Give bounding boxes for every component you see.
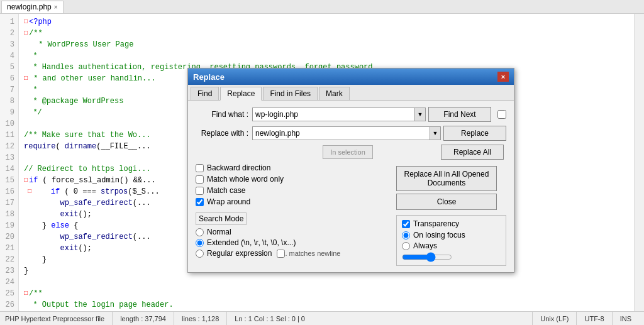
code-line: □/** (24, 28, 629, 39)
dialog-right-col: Replace All in All Opened Documents Clos… (396, 163, 506, 266)
code-line: □<?php (24, 16, 629, 28)
editor-container: newlogin.php × 12345 678910 1112131415 1… (0, 0, 644, 311)
match-whole-word-checkbox[interactable] (196, 175, 204, 184)
transparency-slider-row (402, 253, 501, 262)
code-line: * (24, 50, 629, 62)
transparency-header: Transparency (402, 219, 501, 228)
replace-button[interactable]: Replace (443, 126, 506, 141)
find-next-button[interactable]: Find Next (428, 107, 491, 122)
code-line: * (24, 311, 629, 311)
wrap-around-row: Wrap around (196, 197, 389, 206)
radio-normal-label: Normal (207, 228, 231, 236)
matches-newline-label: . matches newline (285, 250, 340, 257)
radio-extended-label: Extended (\n, \r, \t, \0, \x...) (207, 238, 296, 247)
replace-input[interactable] (252, 126, 430, 140)
tab-close-icon[interactable]: × (54, 4, 58, 11)
find-input[interactable] (252, 107, 414, 121)
in-selection-button[interactable]: In selection (323, 145, 373, 159)
replace-all-button[interactable]: Replace All (441, 145, 504, 160)
in-selection-row: In selection Replace All (196, 145, 504, 160)
transparency-label: Transparency (413, 219, 459, 228)
tab-find-in-files[interactable]: Find in Files (263, 87, 318, 100)
find-row: Find what : ▼ Find Next (196, 107, 506, 122)
replace-all-opened-button[interactable]: Replace All in All Opened Documents (396, 166, 497, 191)
radio-extended[interactable] (196, 239, 204, 247)
replace-row: Replace with : ▼ Replace (196, 126, 506, 141)
radio-normal-row: Normal (196, 228, 389, 236)
replace-combo: ▼ (252, 126, 441, 140)
tab-bar: newlogin.php × (0, 0, 644, 14)
status-encoding: UTF-8 (577, 312, 612, 325)
match-whole-word-label: Match whole word only (207, 175, 284, 184)
match-case-label: Match case (207, 186, 245, 195)
radio-extended-row: Extended (\n, \r, \t, \0, \x...) (196, 238, 389, 247)
match-case-row: Match case (196, 186, 389, 195)
find-checkbox[interactable] (497, 110, 506, 119)
line-numbers: 12345 678910 1112131415 1617181920 21222… (0, 14, 19, 311)
match-case-checkbox[interactable] (196, 187, 204, 195)
backward-direction-label: Backward direction (207, 163, 270, 172)
status-insert-mode: INS (613, 312, 639, 325)
status-length: length : 37,794 (113, 312, 174, 325)
find-label: Find what : (196, 110, 252, 119)
dialog-title: Replace (193, 72, 225, 82)
replace-dialog: Replace × Find Replace Find in Files Mar… (187, 68, 514, 273)
dialog-body: Find what : ▼ Find Next Replace with : (188, 101, 514, 272)
transparency-slider[interactable] (402, 253, 452, 262)
close-button[interactable]: Close (396, 194, 497, 210)
replace-input-group: ▼ Replace (252, 126, 506, 141)
radio-regex-label: Regular expression (207, 249, 272, 258)
always-row: Always (402, 241, 501, 250)
on-losing-focus-row: On losing focus (402, 231, 501, 240)
status-filetype: PHP Hypertext Preprocessor file (5, 312, 113, 325)
radio-regex-row: Regular expression . matches newline (196, 249, 389, 258)
status-cursor: Ln : 1 Col : 1 Sel : 0 | 0 (227, 312, 533, 325)
replace-label: Replace with : (196, 129, 252, 138)
find-combo: ▼ (252, 107, 426, 121)
status-bar: PHP Hypertext Preprocessor file length :… (0, 311, 644, 325)
transparency-checkbox[interactable] (402, 220, 410, 228)
replace-dropdown-arrow[interactable]: ▼ (430, 126, 441, 140)
transparency-group: Transparency On losing focus Always (396, 215, 506, 266)
match-whole-word-row: Match whole word only (196, 175, 389, 184)
backward-direction-row: Backward direction (196, 163, 389, 172)
backward-direction-checkbox[interactable] (196, 164, 204, 172)
code-line (24, 277, 629, 288)
search-mode-label: Search Mode (196, 212, 247, 225)
dialog-close-button[interactable]: × (497, 72, 509, 82)
radio-on-losing-focus[interactable] (402, 231, 410, 240)
tab-filename: newlogin.php (7, 3, 52, 11)
code-line: * WordPress User Page (24, 39, 629, 50)
tab-replace[interactable]: Replace (220, 87, 262, 101)
radio-regex[interactable] (196, 250, 204, 258)
dialog-left-col: Backward direction Match whole word only… (196, 163, 389, 266)
on-losing-focus-label: On losing focus (413, 231, 465, 240)
wrap-around-label: Wrap around (207, 197, 250, 206)
dialog-tabs: Find Replace Find in Files Mark (188, 85, 514, 101)
status-lines: lines : 1,128 (174, 312, 227, 325)
find-input-group: ▼ Find Next (252, 107, 506, 122)
code-line: * Output the login page header. (24, 299, 629, 311)
find-dropdown-arrow[interactable]: ▼ (414, 107, 426, 121)
code-line: □/** (24, 288, 629, 299)
dialog-columns: Backward direction Match whole word only… (196, 163, 506, 266)
dialog-title-bar: Replace × (188, 69, 514, 85)
status-line-ending: Unix (LF) (533, 312, 577, 325)
radio-normal[interactable] (196, 228, 204, 236)
matches-newline-checkbox[interactable] (277, 250, 285, 258)
radio-always[interactable] (402, 242, 410, 250)
scrollbar-vertical[interactable] (634, 14, 644, 311)
editor-tab[interactable]: newlogin.php × (1, 1, 64, 13)
always-label: Always (413, 241, 437, 250)
right-buttons: Replace All in All Opened Documents Clos… (396, 166, 506, 210)
wrap-around-checkbox[interactable] (196, 198, 204, 206)
tab-find[interactable]: Find (191, 87, 219, 100)
tab-mark[interactable]: Mark (319, 87, 350, 100)
